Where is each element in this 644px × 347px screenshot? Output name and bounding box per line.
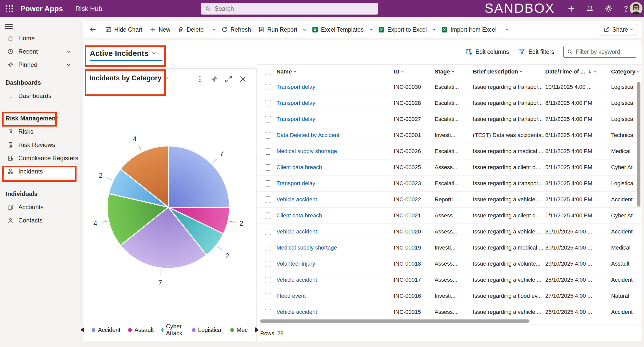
- column-header-category[interactable]: Category: [611, 68, 641, 75]
- chart-more-options-icon[interactable]: [196, 75, 204, 83]
- row-checkbox[interactable]: [265, 148, 271, 155]
- command-dropdown-chevron-icon[interactable]: [367, 25, 374, 34]
- export-to-excel-button[interactable]: Export to Excel: [374, 24, 431, 35]
- app-area-name[interactable]: Risk Hub: [75, 5, 102, 13]
- chart-pin-icon[interactable]: [210, 75, 219, 83]
- back-button[interactable]: [87, 24, 98, 35]
- keyword-filter-input[interactable]: [576, 48, 632, 55]
- chart-title-selector[interactable]: Incidents by Category: [90, 74, 168, 82]
- nav-toggle-hamburger-icon[interactable]: [5, 24, 13, 29]
- cell-name[interactable]: Vehicle accident: [276, 309, 394, 315]
- table-row[interactable]: Flood eventINC-00016Investi...Issue rega…: [257, 288, 641, 304]
- table-row[interactable]: Vehicle accidentINC-00017Assess...Issue …: [257, 272, 641, 288]
- table-row[interactable]: Medical supply shortageINC-00026Escalati…: [257, 143, 641, 159]
- row-checkbox[interactable]: [265, 100, 271, 106]
- cell-name[interactable]: Data Deleted by Accident: [276, 132, 394, 139]
- settings-gear-icon[interactable]: [604, 4, 613, 13]
- row-checkbox[interactable]: [265, 132, 271, 139]
- cell-name[interactable]: Vehicle accident: [276, 228, 394, 235]
- cell-name[interactable]: Medical supply shortage: [276, 148, 394, 155]
- cell-name[interactable]: Vehicle accident: [276, 277, 394, 283]
- legend-item-accident[interactable]: Accident: [92, 323, 120, 337]
- table-row[interactable]: Transport delayINC-00028Escalati...Issue…: [257, 95, 641, 111]
- vertical-scrollbar[interactable]: [637, 82, 640, 207]
- chevron-down-icon[interactable]: [67, 49, 70, 53]
- cell-name[interactable]: Transport delay: [276, 180, 394, 187]
- table-row[interactable]: Medical supply shortageINC-00019Investi.…: [257, 240, 641, 256]
- row-checkbox[interactable]: [265, 116, 271, 122]
- hide-chart-button[interactable]: Hide Chart: [102, 24, 146, 35]
- sidebar-item-recent[interactable]: Recent: [0, 45, 77, 58]
- table-row[interactable]: Data Deleted by AccidentINC-00001Investi…: [257, 127, 641, 143]
- incidents-by-category-pie-chart[interactable]: 7227424: [83, 83, 256, 317]
- excel-templates-button[interactable]: Excel Templates: [308, 24, 367, 35]
- row-checkbox[interactable]: [265, 245, 271, 251]
- refresh-button[interactable]: Refresh: [218, 24, 255, 35]
- sidebar-item-compliance-registers[interactable]: Compliance Registers: [0, 152, 77, 165]
- chart-expand-icon[interactable]: [224, 75, 233, 83]
- sidebar-item-home[interactable]: Home: [0, 32, 77, 45]
- global-search-input[interactable]: Search: [201, 3, 378, 15]
- app-launcher-icon[interactable]: [5, 4, 14, 13]
- row-checkbox[interactable]: [265, 196, 271, 203]
- chart-close-icon[interactable]: [238, 75, 247, 83]
- row-checkbox[interactable]: [265, 309, 271, 315]
- add-icon[interactable]: [567, 4, 576, 13]
- cell-name[interactable]: Client data breach: [276, 212, 394, 219]
- table-row[interactable]: Client data breachINC-00025Assess...Issu…: [257, 159, 641, 176]
- delete-button[interactable]: Delete: [174, 24, 207, 35]
- column-header-id[interactable]: ID: [394, 68, 435, 75]
- table-row[interactable]: Transport delayINC-00027Escalati...Issue…: [257, 111, 641, 127]
- legend-item-logistical[interactable]: Logistical: [192, 323, 223, 337]
- row-checkbox[interactable]: [265, 277, 271, 283]
- edit-filters-button[interactable]: Edit filters: [518, 48, 554, 55]
- cell-name[interactable]: Medical supply shortage: [276, 244, 394, 251]
- legend-item-cyber-attack[interactable]: Cyber Attack: [161, 323, 184, 337]
- table-row[interactable]: Transport delayINC-00030Escalati...Issue…: [257, 79, 641, 95]
- command-dropdown-chevron-icon[interactable]: [210, 25, 218, 34]
- sidebar-item-risks[interactable]: Risks: [0, 125, 77, 138]
- row-checkbox[interactable]: [265, 261, 271, 267]
- share-button[interactable]: Share: [599, 24, 637, 35]
- sidebar-item-contacts[interactable]: Contacts: [0, 214, 77, 227]
- sidebar-item-accounts[interactable]: Accounts: [0, 201, 77, 214]
- table-row[interactable]: Client data breachINC-00021Assess...Issu…: [257, 208, 641, 224]
- cell-name[interactable]: Transport delay: [276, 100, 394, 106]
- app-name[interactable]: Power Apps: [20, 5, 63, 13]
- command-dropdown-chevron-icon[interactable]: [301, 25, 308, 34]
- command-dropdown-chevron-icon[interactable]: [503, 25, 511, 34]
- notifications-bell-icon[interactable]: [585, 4, 595, 13]
- select-all-checkbox[interactable]: [265, 69, 271, 75]
- row-checkbox[interactable]: [265, 213, 271, 219]
- command-dropdown-chevron-icon[interactable]: [430, 25, 437, 34]
- cell-name[interactable]: Transport delay: [276, 116, 394, 122]
- row-checkbox[interactable]: [265, 229, 271, 235]
- cell-name[interactable]: Volunteer injury: [276, 261, 394, 267]
- new-button[interactable]: New: [146, 24, 174, 35]
- run-report-button[interactable]: Run Report: [255, 24, 301, 35]
- chevron-down-icon[interactable]: [67, 62, 70, 66]
- table-row[interactable]: Vehicle accidentINC-00015Assess...Issue …: [257, 304, 641, 320]
- table-row[interactable]: Vehicle accidentINC-00022Reporti...Issue…: [257, 192, 641, 208]
- sidebar-item-risk-reviews[interactable]: Risk Reviews: [0, 138, 77, 152]
- table-row[interactable]: Transport delayINC-00023Escalati...Issue…: [257, 176, 641, 192]
- sidebar-item-dashboards[interactable]: Dashboards: [0, 89, 77, 103]
- row-checkbox[interactable]: [265, 84, 271, 90]
- row-checkbox[interactable]: [265, 164, 271, 171]
- column-header-stage[interactable]: Stage: [435, 68, 473, 75]
- column-header-date-time-of-[interactable]: Date/Time of ...: [545, 68, 611, 75]
- help-icon[interactable]: [621, 4, 630, 13]
- keyword-filter-box[interactable]: [563, 46, 636, 58]
- cell-name[interactable]: Flood event: [276, 293, 394, 299]
- legend-item-assault[interactable]: Assault: [128, 323, 154, 337]
- column-header-name[interactable]: Name: [276, 68, 394, 75]
- column-header-brief-description[interactable]: Brief Description: [473, 68, 545, 75]
- table-row[interactable]: Vehicle accidentINC-00020Assess...Issue …: [257, 224, 641, 240]
- import-from-excel-button[interactable]: Import from Excel: [437, 24, 500, 35]
- user-avatar[interactable]: [630, 2, 642, 15]
- cell-name[interactable]: Transport delay: [276, 84, 394, 90]
- sidebar-item-pinned[interactable]: Pinned: [0, 58, 77, 71]
- row-checkbox[interactable]: [265, 180, 271, 187]
- horizontal-scrollbar[interactable]: [260, 319, 529, 323]
- edit-columns-button[interactable]: Edit columns: [465, 48, 509, 55]
